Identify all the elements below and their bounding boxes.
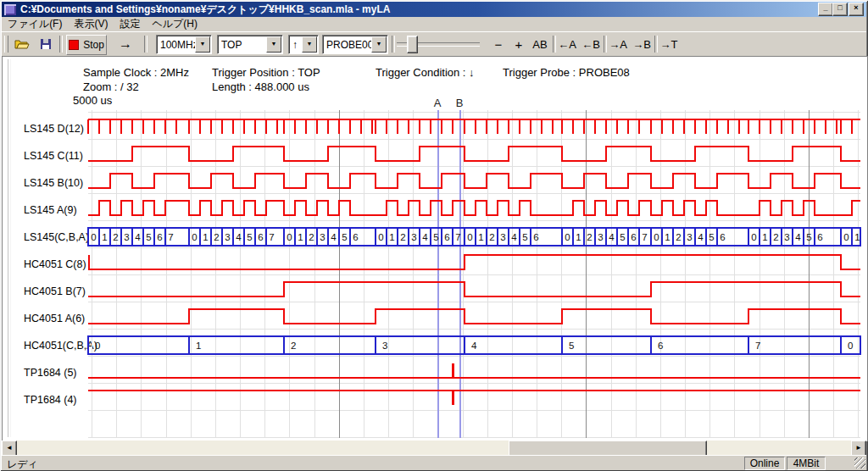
sample-clock-value: 100MHz [157,39,195,51]
sample-clock-combo[interactable]: 100MHz ▼ [156,35,212,54]
resize-grip-icon[interactable] [854,457,865,468]
channel-label: LS145 D(12) [24,123,84,135]
zoom-in-label: + [515,37,523,52]
info-trigger-probe: Trigger Probe : PROBE08 [503,66,630,79]
set-marker-a-button[interactable]: →A [607,35,629,53]
stop-label: Stop [83,39,104,51]
toolbar-separator [144,36,147,53]
status-online-badge: Online [744,457,785,470]
info-trigger-condition: Trigger Condition : ↓ [376,66,475,79]
channel-label: LS145 A(9) [24,204,77,216]
goto-trigger-button[interactable]: →T [658,35,680,53]
set-marker-b-button[interactable]: →B [631,35,653,53]
chevron-down-icon[interactable]: ▼ [195,36,210,53]
stop-icon [69,40,79,50]
info-zoom: Zoom : / 32 [83,80,139,93]
save-button[interactable] [36,35,56,53]
trigger-edge-combo[interactable]: ↑ ▼ [288,35,319,54]
goto-a-label: ←A [558,38,576,51]
label-column-divider [8,59,11,437]
menu-help[interactable]: ヘルプ(H) [146,16,203,32]
trigger-probe-combo[interactable]: PROBE00 ▼ [322,35,388,54]
toolbar-grip[interactable] [4,36,8,53]
title-bar[interactable]: C:¥Documents and Settings¥noname¥デスクトップ¥… [2,2,866,17]
app-window: C:¥Documents and Settings¥noname¥デスクトップ¥… [0,0,868,471]
run-arrow-icon: → [119,36,132,52]
info-trigger-position: Trigger Position : TOP [212,66,320,79]
chevron-down-icon[interactable]: ▼ [266,36,281,53]
zoom-slider-handle[interactable] [407,36,418,53]
chevron-down-icon[interactable]: ▼ [371,36,387,53]
status-ready-text: レディ [7,457,38,471]
run-button[interactable]: → [114,35,137,53]
trigger-edge-value: ↑ [289,39,302,51]
goto-trigger-label: →T [660,38,678,51]
zoom-out-label: − [495,37,503,52]
minimize-button[interactable]: _ [818,3,833,16]
channel-label: LS145 C(11) [24,150,83,162]
set-b-label: →B [632,38,651,51]
trigger-probe-value: PROBE00 [323,39,371,51]
maximize-button[interactable]: □ [832,3,848,16]
menu-view[interactable]: 表示(V) [68,16,114,32]
menu-settings[interactable]: 設定 [114,16,146,32]
goto-marker-b-button[interactable]: ←B [580,35,602,53]
zoom-in-button[interactable]: + [510,35,527,53]
zoom-out-button[interactable]: − [490,35,507,53]
app-icon[interactable] [4,4,16,15]
channel-label: HC4051 A(6) [24,313,85,324]
timebase-label: 5000 us [73,94,112,107]
channel-label: HC4051 C(8) [24,258,86,270]
horizontal-scrollbar[interactable]: ◄ ► [2,441,866,455]
goto-marker-a-button[interactable]: ←A [556,35,578,53]
waveform-plot-area[interactable] [88,112,860,438]
toolbar-separator [392,36,395,53]
floppy-disk-icon [40,38,52,50]
status-bar: レディ Online 4MBit [2,455,866,470]
channel-label: LS145 B(10) [24,177,83,189]
close-button[interactable]: × [849,3,864,16]
status-memory-badge: 4MBit [787,457,826,470]
zoom-ab-label: AB [532,38,547,51]
zoom-ab-button[interactable]: AB [529,35,551,53]
open-button[interactable] [12,35,32,53]
info-sample-clock: Sample Clock : 2MHz [83,66,189,79]
toolbar-separator [59,36,63,53]
info-length: Length : 488.000 us [212,80,309,93]
open-folder-icon [14,38,30,50]
goto-b-label: ←B [581,38,600,51]
channel-label: LS145(C,B,A) [24,231,89,243]
stop-button[interactable]: Stop [66,35,107,55]
trigger-position-value: TOP [218,39,266,51]
window-title: C:¥Documents and Settings¥noname¥デスクトップ¥… [20,3,390,17]
menu-bar: ファイル(F) 表示(V) 設定 ヘルプ(H) [2,17,866,31]
set-a-label: →A [609,38,627,51]
channel-label: TP1684 (4) [24,394,77,406]
channel-label: HC4051 B(7) [24,285,86,297]
channel-label: TP1684 (5) [24,367,77,379]
trigger-position-combo[interactable]: TOP ▼ [217,35,283,54]
channel-label: HC4051(C,B,A) [24,340,97,352]
chevron-down-icon[interactable]: ▼ [302,36,317,53]
menu-file[interactable]: ファイル(F) [2,16,68,32]
